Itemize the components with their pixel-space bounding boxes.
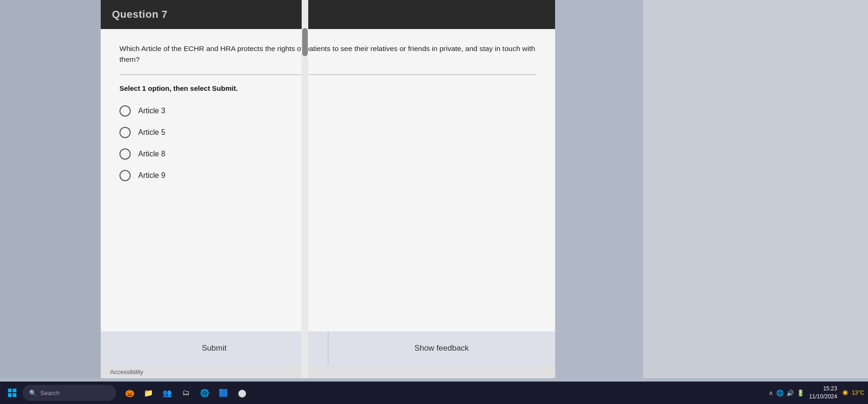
question-body: Which Article of the ECHR and HRA protec…: [101, 29, 555, 331]
weather-widget[interactable]: ☀️ 13°C: [842, 389, 864, 396]
radio-article5[interactable]: [119, 127, 131, 138]
start-button[interactable]: [4, 384, 21, 401]
clock-date: 11/10/2024: [809, 393, 837, 401]
taskbar-app-icons: 🎃 📁 👥 🗂 🌐 🟦 ⬤: [122, 385, 250, 401]
option-label-article9: Article 9: [138, 171, 165, 180]
radio-article9[interactable]: [119, 170, 131, 181]
store-icon[interactable]: 🟦: [215, 385, 231, 401]
scrollbar-thumb[interactable]: [302, 28, 308, 56]
option-article3[interactable]: Article 3: [119, 105, 536, 117]
accessibility-bar: Accessibility: [101, 365, 555, 378]
question-text: Which Article of the ECHR and HRA protec…: [119, 43, 536, 65]
taskbar: 🔍 Search 🎃 📁 👥 🗂 🌐 🟦 ⬤ ∧ 🌐 🔊 🔋 15:23 11/…: [0, 382, 868, 404]
option-label-article3: Article 3: [138, 107, 165, 115]
network-icon[interactable]: 🌐: [776, 389, 784, 397]
chrome-icon[interactable]: ⬤: [234, 385, 250, 401]
accessibility-label: Accessibility: [110, 368, 143, 375]
taskbar-clock[interactable]: 15:23 11/10/2024: [809, 385, 837, 401]
radio-article8[interactable]: [119, 148, 131, 160]
taskbar-right: ∧ 🌐 🔊 🔋 15:23 11/10/2024 ☀️ 13°C: [769, 385, 864, 401]
system-tray: ∧ 🌐 🔊 🔋: [769, 389, 804, 397]
question-title: Question 7: [112, 8, 168, 20]
taskbar-search[interactable]: 🔍 Search: [22, 385, 116, 401]
chevron-up-icon[interactable]: ∧: [769, 389, 773, 397]
options-list: Article 3 Article 5 Article 8 Article 9: [119, 105, 536, 327]
right-panel: [643, 0, 868, 378]
file-explorer-icon[interactable]: 📁: [141, 385, 156, 401]
search-icon: 🔍: [29, 389, 37, 397]
option-article8[interactable]: Article 8: [119, 148, 536, 160]
divider: [119, 74, 536, 75]
show-feedback-button[interactable]: Show feedback: [328, 331, 556, 365]
option-label-article5: Article 5: [138, 128, 165, 137]
button-bar: Submit Show feedback: [101, 331, 555, 365]
instruction-text: Select 1 option, then select Submit.: [119, 84, 536, 92]
folder-icon[interactable]: 🗂: [178, 385, 194, 401]
battery-icon[interactable]: 🔋: [797, 389, 804, 397]
volume-icon[interactable]: 🔊: [786, 389, 794, 397]
option-label-article8: Article 8: [138, 150, 165, 158]
edge-icon[interactable]: 🌐: [197, 385, 213, 401]
windows-icon: [8, 389, 16, 397]
question-header: Question 7: [101, 0, 555, 29]
teams-icon[interactable]: 👥: [159, 385, 175, 401]
halloween-icon[interactable]: 🎃: [122, 385, 138, 401]
scrollbar-track[interactable]: [302, 0, 308, 378]
left-panel: [0, 0, 101, 378]
weather-temp: 13°C: [852, 389, 864, 396]
clock-time: 15:23: [809, 385, 837, 393]
quiz-window: Question 7 Which Article of the ECHR and…: [101, 0, 555, 378]
option-article9[interactable]: Article 9: [119, 170, 536, 181]
search-label: Search: [40, 389, 59, 397]
submit-button[interactable]: Submit: [101, 331, 328, 365]
weather-icon: ☀️: [842, 389, 849, 396]
radio-article3[interactable]: [119, 105, 131, 117]
option-article5[interactable]: Article 5: [119, 127, 536, 138]
